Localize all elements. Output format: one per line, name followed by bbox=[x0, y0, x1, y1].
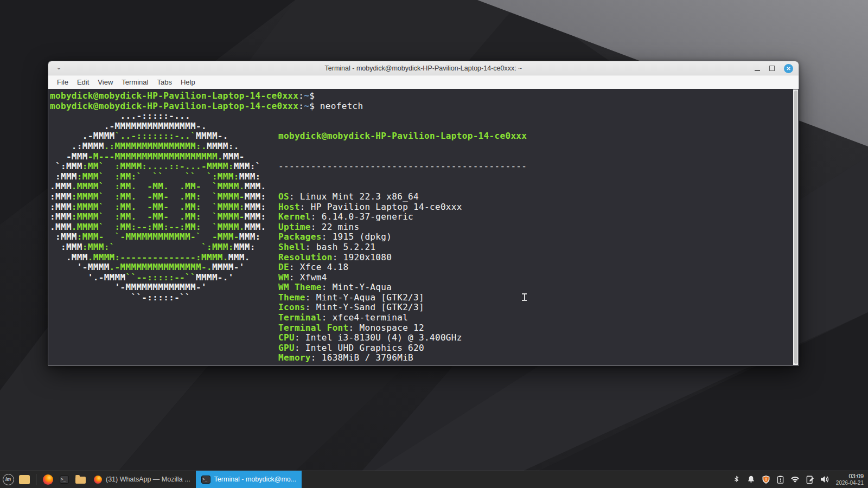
wifi-icon[interactable] bbox=[790, 473, 801, 485]
chevron-down-icon[interactable]: ⌄ bbox=[56, 63, 62, 71]
desktop-icon bbox=[19, 475, 30, 484]
taskbar: lm>_(31) WhatsApp — Mozilla ...>_Termina… bbox=[0, 471, 868, 488]
neofetch-info-row: Memory: 1638MiB / 3796MiB bbox=[278, 353, 527, 363]
neofetch-info-row: Resolution: 1920x1080 bbox=[278, 253, 527, 263]
clock-date: 2026-04-21 bbox=[836, 480, 864, 486]
menu-file[interactable]: File bbox=[53, 78, 73, 86]
show-desktop-button[interactable] bbox=[16, 471, 33, 488]
terminal-window: ⌄ Terminal - mobydick@mobydick-HP-Pavili… bbox=[48, 61, 799, 366]
taskbar-separator bbox=[36, 474, 36, 485]
menu-tabs[interactable]: Tabs bbox=[152, 78, 176, 86]
menu-edit[interactable]: Edit bbox=[73, 78, 93, 86]
volume-icon[interactable] bbox=[819, 473, 830, 485]
mint-logo-icon: lm bbox=[3, 474, 14, 485]
update-shield-icon[interactable] bbox=[761, 473, 771, 485]
neofetch-ascii-art: ...-:::::-... .-MMMMMMMMMMMMMMM-. .-MMMM… bbox=[50, 111, 278, 365]
firefox-icon bbox=[43, 474, 53, 485]
scrollbar-thumb[interactable] bbox=[794, 91, 797, 364]
window-titlebar[interactable]: ⌄ Terminal - mobydick@mobydick-HP-Pavili… bbox=[48, 61, 799, 75]
neofetch-title: mobydick@mobydick-HP-Pavilion-Laptop-14-… bbox=[278, 131, 527, 141]
firefox-launcher-button[interactable] bbox=[40, 471, 56, 488]
report-clipboard-icon[interactable] bbox=[775, 473, 786, 485]
files-launcher-button[interactable] bbox=[72, 471, 88, 488]
neofetch-info-row: Icons: Mint-Y-Sand [GTK2/3] bbox=[278, 303, 527, 313]
clock[interactable]: 03:09 2026-04-21 bbox=[836, 473, 864, 486]
neofetch-info-row: CPU: Intel i3-8130U (4) @ 3.400GHz bbox=[278, 333, 527, 343]
mint-menu-button[interactable]: lm bbox=[0, 471, 16, 488]
terminal-scrollbar[interactable] bbox=[793, 89, 798, 365]
neofetch-info-row: Uptime: 22 mins bbox=[278, 222, 527, 233]
neofetch-info-row: Packages: 1915 (dpkg) bbox=[278, 232, 527, 242]
mouse-cursor-ibeam bbox=[522, 293, 527, 302]
neofetch-info-rows: OS: Linux Mint 22.3 x86_64Host: HP Pavil… bbox=[278, 192, 527, 363]
close-button[interactable]: ✕ bbox=[784, 64, 793, 73]
neofetch-separator: ----------------------------------------… bbox=[278, 161, 527, 171]
bluetooth-icon[interactable] bbox=[731, 473, 742, 485]
neofetch-info-row: Host: HP Pavilion Laptop 14-ce0xxx bbox=[278, 202, 527, 213]
desktop-wallpaper: ⌄ Terminal - mobydick@mobydick-HP-Pavili… bbox=[0, 0, 868, 488]
firefox-icon bbox=[94, 476, 102, 484]
taskbar-window-whatsapp[interactable]: (31) WhatsApp — Mozilla ... bbox=[88, 471, 196, 488]
neofetch-info-row: GPU: Intel UHD Graphics 620 bbox=[278, 343, 527, 354]
clipboard-edit-icon[interactable] bbox=[805, 473, 815, 485]
neofetch-info-row: OS: Linux Mint 22.3 x86_64 bbox=[278, 192, 527, 202]
folder-icon bbox=[75, 477, 86, 484]
neofetch-info-row: Shell: bash 5.2.21 bbox=[278, 242, 527, 253]
neofetch-info-row: Theme: Mint-Y-Aqua [GTK2/3] bbox=[278, 293, 527, 303]
taskbar-tray: 03:09 2026-04-21 bbox=[731, 471, 868, 488]
window-menubar: FileEditViewTerminalTabsHelp bbox=[48, 75, 799, 89]
neofetch-info-row: DE: Xfce 4.18 bbox=[278, 262, 527, 273]
taskbar-window-label: (31) WhatsApp — Mozilla ... bbox=[106, 476, 190, 483]
terminal-body[interactable]: mobydick@mobydick-HP-Pavilion-Laptop-14-… bbox=[49, 89, 793, 365]
taskbar-window-label: Terminal - mobydick@mo... bbox=[214, 476, 297, 483]
menu-terminal[interactable]: Terminal bbox=[117, 78, 152, 86]
terminal-icon: >_ bbox=[60, 476, 69, 484]
command-line: mobydick@mobydick-HP-Pavilion-Laptop-14-… bbox=[50, 101, 793, 112]
terminal-icon: >_ bbox=[201, 476, 210, 484]
menu-view[interactable]: View bbox=[93, 78, 117, 86]
neofetch-output: ...-:::::-... .-MMMMMMMMMMMMMMM-. .-MMMM… bbox=[50, 111, 793, 365]
minimize-button[interactable] bbox=[755, 70, 760, 71]
neofetch-info-row: Terminal Font: Monospace 12 bbox=[278, 323, 527, 333]
maximize-button[interactable] bbox=[769, 66, 775, 71]
notifications-bell-icon[interactable] bbox=[746, 473, 757, 485]
window-title: Terminal - mobydick@mobydick-HP-Pavilion… bbox=[48, 65, 799, 72]
neofetch-info: mobydick@mobydick-HP-Pavilion-Laptop-14-… bbox=[278, 111, 527, 365]
taskbar-left: lm>_(31) WhatsApp — Mozilla ...>_Termina… bbox=[0, 471, 731, 488]
menu-help[interactable]: Help bbox=[176, 78, 200, 86]
taskbar-window-terminal[interactable]: >_Terminal - mobydick@mo... bbox=[196, 471, 302, 488]
terminal-launcher-button[interactable]: >_ bbox=[56, 471, 72, 488]
neofetch-info-row: WM Theme: Mint-Y-Aqua bbox=[278, 282, 527, 293]
neofetch-info-row: WM: Xfwm4 bbox=[278, 273, 527, 283]
neofetch-info-row: Terminal: xfce4-terminal bbox=[278, 313, 527, 323]
command-text: neofetch bbox=[320, 101, 363, 111]
clock-time: 03:09 bbox=[836, 473, 864, 480]
neofetch-info-row: Kernel: 6.14.0-37-generic bbox=[278, 212, 527, 222]
prompt-line: mobydick@mobydick-HP-Pavilion-Laptop-14-… bbox=[50, 91, 793, 101]
